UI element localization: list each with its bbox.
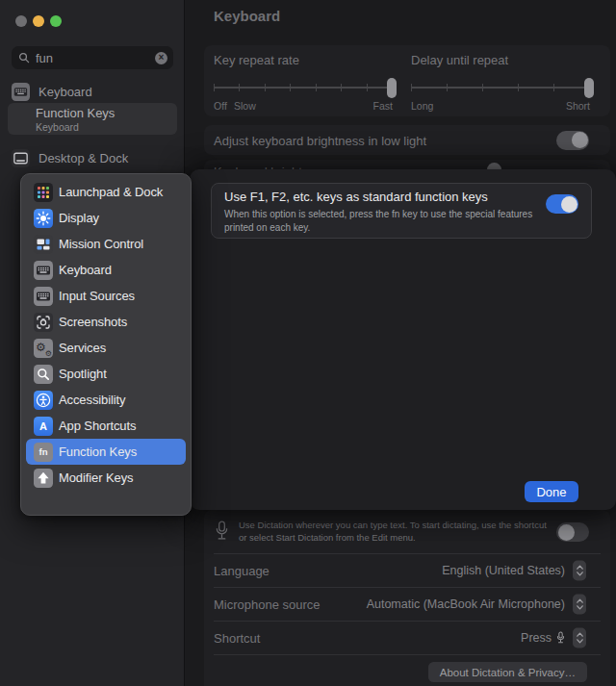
menu-item-screenshots[interactable]: Screenshots [26, 309, 186, 335]
shortcut-row: Shortcut Press [204, 621, 610, 654]
spotlight-icon [34, 365, 53, 384]
toggle-knob [561, 196, 578, 213]
clear-search-icon[interactable]: × [155, 52, 167, 64]
microphone-row: Microphone source Automatic (MacBook Air… [204, 587, 610, 621]
keyboard-icon [12, 83, 30, 101]
done-button[interactable]: Done [525, 481, 578, 502]
chevron-up-down-icon [576, 563, 584, 577]
microphone-icon [215, 520, 229, 543]
function-keys-sheet: Use F1, F2, etc. keys as standard functi… [190, 169, 616, 510]
desktop-dock-icon [12, 149, 30, 167]
language-value: English (United States) [442, 564, 565, 577]
language-row: Language English (United States) [204, 553, 610, 587]
about-dictation-privacy-button[interactable]: About Dictation & Privacy… [428, 662, 587, 682]
delay-long-label: Long [411, 100, 433, 112]
fn-option-title: Use F1, F2, etc. keys as standard functi… [224, 190, 488, 204]
mic-key-icon [556, 630, 565, 645]
menu-item-keyboard[interactable]: Keyboard [26, 257, 186, 283]
menu-item-mission-control[interactable]: Mission Control [26, 231, 186, 257]
chevron-up-down-icon [576, 630, 584, 645]
microphone-label: Microphone source [214, 597, 321, 611]
mission-control-icon [34, 235, 53, 254]
low-light-card: Adjust keyboard brightness in low light [204, 125, 610, 155]
menu-item-launchpad-dock[interactable]: Launchpad & Dock [26, 179, 186, 205]
search-result-function-keys[interactable]: Function Keys Keyboard [8, 103, 177, 135]
shortcut-value: Press [521, 630, 565, 645]
input-sources-icon [34, 287, 53, 306]
search-result-keyboard[interactable]: Keyboard [0, 80, 185, 103]
search-value: fun [36, 51, 53, 65]
services-icon: ⚙⚙ [34, 339, 53, 358]
menu-item-function-keys[interactable]: fn Function Keys [26, 439, 186, 465]
slider-ticks [214, 77, 393, 98]
search-result-desktop-dock[interactable]: Desktop & Dock [0, 146, 185, 169]
fn-icon: fn [34, 443, 53, 462]
zoom-button[interactable] [50, 15, 62, 27]
key-repeat-label: Key repeat rate [214, 53, 299, 67]
language-label: Language [214, 563, 270, 577]
menu-item-modifier-keys[interactable]: Modifier Keys [26, 465, 186, 491]
delay-repeat-label: Delay until repeat [411, 53, 508, 67]
display-icon [34, 209, 53, 228]
app-shortcuts-icon: A [34, 417, 53, 436]
key-repeat-slow-label: Slow [234, 100, 256, 112]
minimize-button[interactable] [33, 15, 44, 27]
delay-short-label: Short [566, 100, 590, 112]
menu-item-services[interactable]: ⚙⚙ Services [26, 335, 186, 361]
menu-item-accessibility[interactable]: Accessibility [26, 387, 186, 413]
fn-keys-toggle[interactable] [546, 194, 578, 214]
keyboard-icon [34, 261, 53, 280]
slider-handle[interactable] [584, 78, 594, 98]
chevron-up-down-icon [576, 597, 584, 611]
fn-option-box: Use F1, F2, etc. keys as standard functi… [211, 183, 592, 239]
fn-option-description: When this option is selected, press the … [224, 208, 542, 234]
low-light-toggle[interactable] [556, 131, 589, 150]
slider-ticks [411, 77, 590, 98]
key-repeat-fast-label: Fast [373, 100, 393, 112]
accessibility-icon [34, 391, 53, 410]
language-stepper[interactable] [573, 560, 586, 580]
dictation-description: Use Dictation wherever you can type text… [239, 519, 556, 544]
page-title: Keyboard [214, 8, 280, 24]
menu-item-display[interactable]: Display [26, 205, 186, 231]
search-suggestions-menu: Launchpad & Dock Display Mission Control… [20, 173, 192, 516]
close-button[interactable] [15, 15, 27, 27]
low-light-label: Adjust keyboard brightness in low light [214, 133, 426, 147]
search-input[interactable]: fun × [12, 46, 173, 69]
screenshots-icon [34, 313, 53, 332]
menu-item-app-shortcuts[interactable]: A App Shortcuts [26, 413, 186, 439]
modifier-keys-icon [34, 469, 53, 488]
toggle-knob [572, 132, 588, 148]
microphone-stepper[interactable] [573, 594, 586, 614]
search-icon [18, 52, 30, 64]
launchpad-icon [34, 183, 53, 202]
dictation-card: Use Dictation wherever you can type text… [204, 510, 610, 686]
menu-item-spotlight[interactable]: Spotlight [26, 361, 186, 387]
toggle-knob [558, 524, 575, 541]
microphone-value: Automatic (MacBook Air Microphone) [367, 597, 565, 611]
key-repeat-slider[interactable] [214, 77, 393, 98]
dictation-toggle[interactable] [556, 522, 589, 542]
menu-item-input-sources[interactable]: Input Sources [26, 283, 186, 309]
key-repeat-off-label: Off [214, 100, 227, 112]
delay-repeat-slider[interactable] [411, 77, 590, 98]
divider [214, 654, 601, 655]
slider-handle[interactable] [387, 78, 397, 98]
shortcut-label: Shortcut [214, 630, 260, 645]
shortcut-stepper[interactable] [573, 627, 586, 648]
repeat-settings-card: Key repeat rate Off Slow Fast Delay unti… [204, 45, 610, 116]
